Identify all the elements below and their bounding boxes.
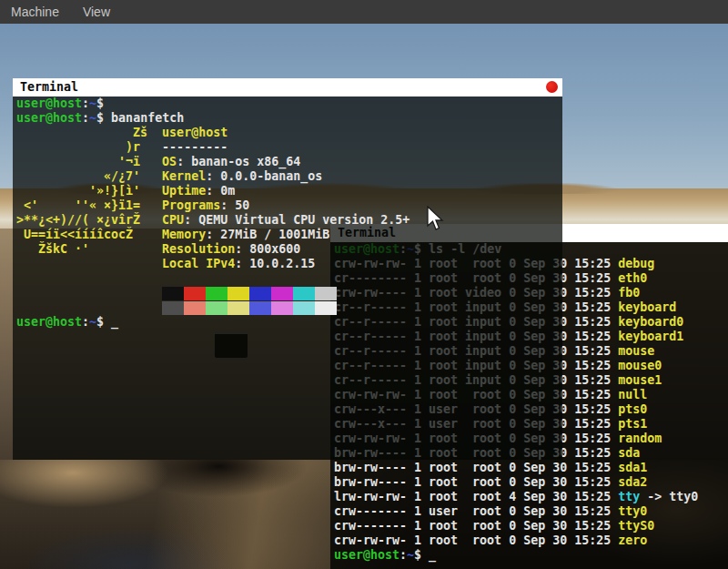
ls-row: lrw-rw-rw- 1 root root 4 Sep 30 15:25 tt… [334,490,728,504]
shell-prompt: user@host:~$ [16,97,562,111]
shell-prompt: user@host:~$ _ [16,315,562,330]
terminal-fetch-output[interactable]: user@host:~$ user@host:~$ bananfetch Zš … [13,97,562,460]
ansi-color-swatch [315,287,337,300]
ansi-color-swatch [184,301,206,315]
ls-row: crw------- 1 user root 0 Sep 30 15:25 tt… [334,504,728,519]
ls-row: brw-rw---- 1 root root 0 Sep 30 15:25 sd… [334,461,728,475]
ansi-color-swatch [271,301,293,315]
terminal-window-fetch: Terminal user@host:~$ user@host:~$ banan… [13,78,562,460]
shell-prompt: user@host:~$ bananfetch [16,111,562,126]
ansi-color-swatch [249,301,271,315]
ansi-color-swatch [271,287,293,300]
ansi-color-swatch [249,287,271,300]
ansi-color-swatch [315,301,337,315]
menu-view[interactable]: View [83,5,110,19]
ansi-color-swatch [228,301,249,315]
ls-row: crw-rw-rw- 1 root root 0 Sep 30 15:25 ze… [334,533,728,548]
terminal-fetch-title: Terminal [20,80,78,94]
fetch-line: >**¿<+)//( ×¿vîrŽ CPU: QEMU Virtual CPU … [16,213,562,228]
fetch-line: U==íï<<íííîcocŽ Memory: 27MiB / 1001MiB [16,228,562,242]
fetch-line: <' ''« ×}ï1= Programs: 50 [16,198,562,213]
ansi-color-swatch [293,287,315,300]
fetch-line: '»!}[ì' Uptime: 0m [16,184,562,198]
terminal-fetch-titlebar[interactable]: Terminal [13,78,562,97]
fetch-line: )r --------- [16,140,562,155]
ansi-color-swatch [206,301,228,315]
ansi-palette-row [16,286,562,300]
vm-menubar: Machine View [0,0,728,24]
ansi-color-swatch [184,287,206,300]
ansi-palette-row [16,300,562,315]
ls-row: crw------- 1 root root 0 Sep 30 15:25 tt… [334,519,728,533]
ansi-color-swatch [162,301,184,315]
ansi-color-swatch [162,287,184,300]
fetch-line: «/¿7' Kernel: 0.0.0-banan_os [16,169,562,184]
ansi-color-swatch [228,287,249,300]
ansi-color-swatch [206,287,228,300]
shell-prompt: user@host:~$ _ [334,548,728,563]
fetch-line: '¬ï OS: banan-os x86_64 [16,155,562,169]
ansi-color-swatch [293,301,315,315]
fetch-line: ŽškC ·' Resolution: 800x600 [16,242,562,257]
close-button[interactable] [546,81,558,93]
fetch-line: Zš user@host [16,126,562,140]
vm-screen: { "menubar": { "items": [ { "label": "Ma… [0,0,728,569]
blank-line [16,271,562,286]
mouse-cursor-icon [427,206,445,233]
fetch-line: Local IPv4: 10.0.2.15 [16,257,562,271]
menu-machine[interactable]: Machine [11,5,59,19]
ls-row: brw-rw---- 1 root root 0 Sep 30 15:25 sd… [334,475,728,490]
